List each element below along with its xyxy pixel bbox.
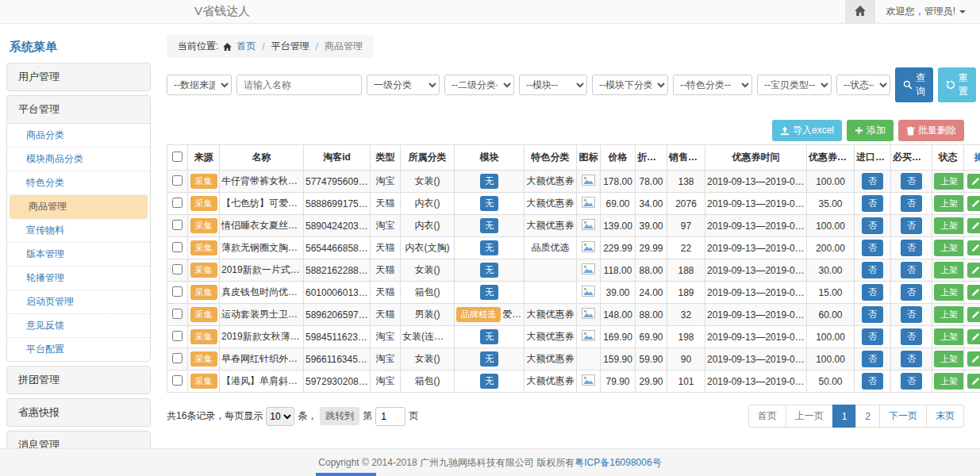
edit-button[interactable] — [967, 285, 980, 300]
status-toggle[interactable]: 上架 — [934, 195, 964, 212]
must-buy-toggle[interactable]: 否 — [901, 351, 922, 367]
filter-select[interactable]: --特色分类-- — [673, 75, 752, 95]
sidebar-item[interactable]: 特色分类 — [7, 171, 150, 195]
name-search-input[interactable] — [236, 75, 362, 95]
import-select-toggle[interactable]: 否 — [862, 240, 883, 256]
row-checkbox[interactable] — [172, 309, 183, 319]
import-select-toggle[interactable]: 否 — [862, 328, 883, 345]
icp-link[interactable]: 粤ICP备16098006号 — [575, 456, 661, 470]
select-all-checkbox[interactable] — [172, 152, 183, 162]
filter-select[interactable]: --状态-- — [836, 75, 890, 95]
horizontal-scrollbar-thumb[interactable] — [316, 473, 376, 476]
edit-button[interactable] — [967, 351, 980, 367]
table-cell: 88.00 — [636, 259, 667, 282]
import-select-toggle[interactable]: 否 — [862, 262, 883, 278]
import-select-toggle[interactable]: 否 — [862, 173, 883, 190]
user-menu[interactable]: 欢迎您，管理员! — [875, 5, 980, 18]
import-select-toggle[interactable]: 否 — [862, 306, 883, 323]
per-page-suffix: 条， — [298, 409, 317, 423]
sidebar-item[interactable]: 平台配置 — [7, 338, 150, 361]
page-button[interactable]: 2 — [855, 405, 880, 428]
row-checkbox[interactable] — [172, 198, 183, 208]
filter-select[interactable]: --宝贝类型-- — [757, 75, 832, 95]
status-toggle[interactable]: 上架 — [934, 173, 964, 190]
edit-button[interactable] — [967, 329, 980, 344]
sidebar-section-header[interactable]: 省惠快报 — [7, 399, 150, 426]
table-cell: 29.90 — [636, 370, 667, 393]
must-buy-toggle[interactable]: 否 — [901, 328, 922, 345]
must-buy-toggle[interactable]: 否 — [901, 195, 922, 212]
jump-page-input[interactable] — [375, 407, 405, 426]
import-select-toggle[interactable]: 否 — [862, 351, 883, 367]
status-toggle[interactable]: 上架 — [934, 240, 964, 256]
import-select-toggle[interactable]: 否 — [862, 284, 883, 301]
batch-delete-button[interactable]: 批量删除 — [898, 120, 964, 141]
import-select-toggle[interactable]: 否 — [862, 195, 883, 212]
import-excel-button[interactable]: 导入excel — [772, 120, 842, 141]
must-buy-toggle[interactable]: 否 — [901, 262, 922, 278]
edit-button[interactable] — [967, 307, 980, 322]
sidebar-section-header[interactable]: 用户管理 — [7, 63, 150, 90]
sidebar-item[interactable]: 商品分类 — [7, 124, 150, 148]
filter-select[interactable]: --模块-- — [519, 75, 587, 95]
row-checkbox[interactable] — [172, 175, 183, 186]
add-button[interactable]: 添加 — [847, 120, 894, 141]
status-toggle[interactable]: 上架 — [934, 351, 964, 367]
import-select-toggle[interactable]: 否 — [862, 373, 883, 390]
edit-button[interactable] — [967, 374, 980, 389]
import-select-toggle[interactable]: 否 — [862, 217, 883, 234]
per-page-select[interactable]: 10 — [266, 407, 294, 426]
jump-button[interactable]: 跳转到 — [320, 407, 359, 425]
page-button[interactable]: 下一页 — [879, 405, 927, 428]
home-button[interactable] — [845, 0, 875, 23]
must-buy-toggle[interactable]: 否 — [901, 217, 922, 234]
status-toggle[interactable]: 上架 — [934, 262, 964, 278]
edit-button[interactable] — [967, 174, 980, 189]
sidebar-section-header[interactable]: 拼团管理 — [7, 367, 150, 393]
row-checkbox[interactable] — [172, 353, 183, 363]
sidebar-item[interactable]: 模块商品分类 — [7, 148, 150, 171]
edit-button[interactable] — [967, 218, 980, 233]
sidebar-item[interactable]: 启动页管理 — [7, 290, 150, 314]
status-toggle[interactable]: 上架 — [934, 217, 964, 234]
status-toggle[interactable]: 上架 — [934, 284, 964, 301]
status-toggle[interactable]: 上架 — [934, 373, 964, 390]
page-button[interactable]: 首页 — [748, 405, 786, 428]
edit-button[interactable] — [967, 263, 980, 278]
status-toggle[interactable]: 上架 — [934, 306, 964, 323]
row-checkbox[interactable] — [172, 242, 183, 252]
row-checkbox[interactable] — [172, 375, 183, 386]
sidebar-item[interactable]: 意见反馈 — [7, 314, 150, 338]
sidebar-item[interactable]: 轮播管理 — [7, 267, 150, 290]
row-checkbox[interactable] — [172, 331, 183, 341]
filter-select[interactable]: --模块下分类-- — [592, 75, 668, 95]
page-button[interactable]: 上一页 — [786, 405, 833, 428]
edit-button[interactable] — [967, 196, 980, 211]
page-button[interactable]: 1 — [832, 405, 857, 428]
table-cell: 天猫 — [371, 259, 401, 282]
filter-select[interactable]: --二级分类-- — [444, 75, 514, 95]
reset-button[interactable]: 重置 — [938, 67, 976, 102]
must-buy-toggle[interactable]: 否 — [901, 173, 922, 190]
row-checkbox[interactable] — [172, 220, 183, 230]
sidebar-item[interactable]: 宣传物料 — [7, 219, 150, 243]
sidebar-item[interactable]: 版本管理 — [7, 243, 150, 267]
search-button[interactable]: 查询 — [895, 67, 933, 102]
must-buy-toggle[interactable]: 否 — [901, 240, 922, 256]
sidebar-item[interactable]: 商品管理 — [10, 195, 148, 219]
app-title: V省钱达人 — [194, 4, 250, 19]
filter-select[interactable]: 一级分类 — [367, 75, 440, 95]
must-buy-toggle[interactable]: 否 — [901, 284, 922, 301]
breadcrumb-home-link[interactable]: 首页 — [236, 40, 256, 53]
row-checkbox[interactable] — [172, 264, 183, 274]
table-cell: 男装() — [401, 304, 455, 326]
status-toggle[interactable]: 上架 — [934, 328, 964, 345]
must-buy-toggle[interactable]: 否 — [901, 373, 922, 390]
row-checkbox[interactable] — [172, 286, 183, 297]
sidebar: 系统菜单 用户管理平台管理商品分类模块商品分类特色分类商品管理宣传物料版本管理轮… — [6, 35, 151, 476]
page-button[interactable]: 末页 — [926, 405, 964, 428]
must-buy-toggle[interactable]: 否 — [901, 306, 922, 323]
filter-select[interactable]: --数据来源-- — [167, 75, 232, 95]
edit-button[interactable] — [967, 240, 980, 255]
sidebar-section-header[interactable]: 平台管理 — [7, 96, 150, 123]
